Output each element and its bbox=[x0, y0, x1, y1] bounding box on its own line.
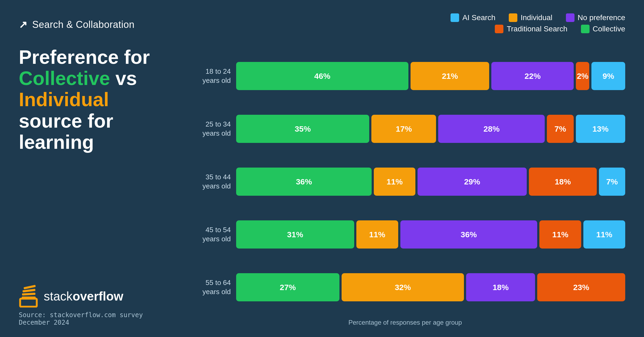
legend-traditional-search: Traditional Search bbox=[495, 25, 567, 33]
bar-label-1-1: 17% bbox=[396, 124, 412, 134]
legend-label-individual: Individual bbox=[521, 13, 552, 22]
main-content: Preference for Collective vs Individual … bbox=[19, 47, 625, 326]
bar-segment-1-4: 13% bbox=[576, 115, 625, 143]
bar-label-2-3: 18% bbox=[555, 177, 571, 186]
bar-label-2-0: 36% bbox=[296, 177, 312, 186]
bar-segment-4-2: 18% bbox=[466, 273, 535, 301]
legend-label-ai-search: AI Search bbox=[462, 13, 495, 22]
bar-segment-2-1: 11% bbox=[374, 168, 415, 196]
bar-segment-4-1: 32% bbox=[342, 273, 464, 301]
age-label-0: 18 to 24 years old bbox=[185, 67, 231, 85]
legend: AI Search Individual No preference Tradi… bbox=[384, 13, 625, 36]
logo-stack: stackoverflow bbox=[44, 289, 123, 303]
legend-ai-search: AI Search bbox=[451, 13, 495, 22]
bar-segment-2-0: 36% bbox=[236, 168, 372, 196]
bar-label-3-4: 11% bbox=[596, 230, 612, 239]
bar-segment-2-3: 18% bbox=[529, 168, 597, 196]
header-title: Search & Collaboration bbox=[32, 19, 134, 30]
legend-color-traditional-search bbox=[495, 25, 503, 33]
logo-area: stackoverflow Source: stackoverflow.com … bbox=[19, 285, 174, 326]
source-text: Source: stackoverflow.com survey Decembe… bbox=[19, 311, 174, 326]
bar-segment-3-2: 36% bbox=[400, 220, 537, 249]
chart-row-2: 35 to 44 years old36%11%29%18%7% bbox=[185, 168, 625, 196]
bar-segment-4-3: 23% bbox=[537, 273, 625, 301]
bar-label-2-1: 11% bbox=[387, 177, 403, 186]
title-individual: Individual bbox=[19, 89, 109, 110]
bar-segment-0-1: 21% bbox=[411, 62, 489, 90]
header-left: ↗ Search & Collaboration bbox=[19, 19, 134, 31]
logo-overflow: overflow bbox=[72, 289, 123, 303]
title-vs: vs bbox=[115, 68, 137, 89]
bar-segment-2-4: 7% bbox=[599, 168, 625, 196]
bar-group-3: 31%11%36%11%11% bbox=[236, 220, 625, 249]
title-line4: source for bbox=[19, 110, 113, 132]
svg-rect-1 bbox=[23, 289, 36, 292]
legend-color-collective bbox=[581, 25, 590, 33]
legend-color-individual bbox=[509, 13, 517, 22]
chart-area: 18 to 24 years old46%21%22%2%9%25 to 34 … bbox=[185, 47, 625, 316]
bar-group-4: 27%32%18%23% bbox=[236, 273, 625, 301]
title-line5: learning bbox=[19, 131, 94, 153]
title-collective: Collective bbox=[19, 68, 110, 89]
bar-segment-3-1: 11% bbox=[356, 220, 398, 249]
bar-segment-1-3: 7% bbox=[547, 115, 573, 143]
age-label-4: 55 to 64 years old bbox=[185, 278, 231, 297]
bar-label-0-1: 21% bbox=[442, 72, 458, 81]
left-panel: Preference for Collective vs Individual … bbox=[19, 47, 174, 326]
chart-row-1: 25 to 34 years old35%17%28%7%13% bbox=[185, 115, 625, 143]
bar-label-2-4: 7% bbox=[606, 177, 618, 186]
chart-title: Preference for Collective vs Individual … bbox=[19, 47, 174, 153]
bar-label-0-3: 2% bbox=[577, 72, 588, 81]
bar-group-0: 46%21%22%2%9% bbox=[236, 62, 625, 90]
bar-label-0-0: 46% bbox=[314, 72, 330, 81]
age-label-2: 35 to 44 years old bbox=[185, 173, 231, 191]
chart-row-4: 55 to 64 years old27%32%18%23% bbox=[185, 273, 625, 301]
bar-label-1-0: 35% bbox=[295, 124, 311, 134]
legend-collective: Collective bbox=[581, 25, 625, 33]
bar-label-3-2: 36% bbox=[461, 230, 477, 239]
legend-individual: Individual bbox=[509, 13, 552, 22]
bar-segment-3-0: 31% bbox=[236, 220, 354, 249]
legend-label-collective: Collective bbox=[593, 25, 625, 33]
bar-segment-3-4: 11% bbox=[583, 220, 625, 249]
bar-label-4-0: 27% bbox=[280, 283, 296, 292]
logo-text: stackoverflow bbox=[44, 289, 123, 303]
logo-row: stackoverflow bbox=[19, 285, 174, 308]
svg-rect-4 bbox=[20, 299, 37, 307]
chart-row-3: 45 to 54 years old31%11%36%11%11% bbox=[185, 220, 625, 249]
bar-segment-3-3: 11% bbox=[539, 220, 581, 249]
legend-color-ai-search bbox=[451, 13, 459, 22]
bar-segment-0-3: 2% bbox=[576, 62, 589, 90]
bar-label-3-3: 11% bbox=[552, 230, 568, 239]
chart-row-0: 18 to 24 years old46%21%22%2%9% bbox=[185, 62, 625, 90]
chart-footnote: Percentage of responses per age group bbox=[185, 319, 625, 326]
trend-icon: ↗ bbox=[19, 19, 27, 31]
stackoverflow-logo-icon bbox=[19, 285, 39, 308]
bar-group-2: 36%11%29%18%7% bbox=[236, 168, 625, 196]
bar-label-3-0: 31% bbox=[287, 230, 303, 239]
age-label-3: 45 to 54 years old bbox=[185, 225, 231, 244]
bar-segment-1-1: 17% bbox=[371, 115, 436, 143]
bar-label-1-4: 13% bbox=[592, 124, 609, 134]
header-row: ↗ Search & Collaboration AI Search Indiv… bbox=[19, 13, 625, 36]
bar-group-1: 35%17%28%7%13% bbox=[236, 115, 625, 143]
bar-segment-1-0: 35% bbox=[236, 115, 369, 143]
bar-label-3-1: 11% bbox=[369, 230, 385, 239]
bar-segment-0-4: 9% bbox=[591, 62, 625, 90]
legend-label-traditional-search: Traditional Search bbox=[507, 25, 567, 33]
bar-label-1-3: 7% bbox=[554, 124, 566, 134]
legend-row-1: AI Search Individual No preference bbox=[451, 13, 625, 22]
legend-color-no-preference bbox=[566, 13, 575, 22]
bar-label-0-2: 22% bbox=[525, 72, 541, 81]
bar-segment-0-0: 46% bbox=[236, 62, 408, 90]
bar-label-1-2: 28% bbox=[484, 124, 500, 134]
bar-label-4-3: 23% bbox=[573, 283, 589, 292]
svg-rect-2 bbox=[22, 293, 35, 296]
bar-segment-4-0: 27% bbox=[236, 273, 339, 301]
legend-label-no-preference: No preference bbox=[578, 13, 625, 22]
chart-title-block: Preference for Collective vs Individual … bbox=[19, 47, 174, 158]
bar-label-0-4: 9% bbox=[603, 72, 614, 81]
bar-label-4-1: 32% bbox=[395, 283, 411, 292]
bar-segment-0-2: 22% bbox=[491, 62, 574, 90]
legend-row-2: Traditional Search Collective bbox=[495, 25, 625, 33]
